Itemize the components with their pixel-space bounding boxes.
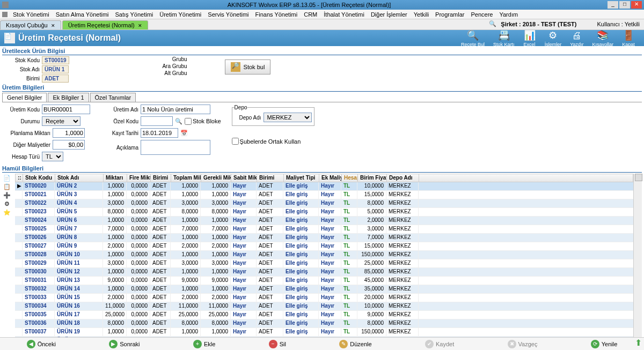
grid-column-header[interactable]: :: bbox=[16, 174, 23, 182]
ozel-kodu-input[interactable] bbox=[141, 116, 173, 126]
grid-row[interactable]: ▶ST00020ÜRÜN 21,00000,0000ADET1,00001,00… bbox=[15, 182, 633, 191]
grid-row[interactable]: ST00036ÜRÜN 188,00000,0000ADET8,00008,00… bbox=[15, 319, 633, 328]
kayit-tarihi-input[interactable] bbox=[141, 128, 178, 138]
stok-bloke-checkbox[interactable] bbox=[185, 118, 192, 125]
subtab[interactable]: Özel Tanımlar bbox=[90, 93, 136, 102]
tool-doc-icon[interactable]: 📄 bbox=[3, 175, 11, 182]
depo-adi-select[interactable]: MERKEZ bbox=[264, 113, 312, 122]
grid-column-header[interactable]: Stok Kodu bbox=[23, 174, 55, 182]
subtab[interactable]: Genel Bilgiler bbox=[2, 93, 47, 102]
close-button[interactable]: ✕ bbox=[631, 1, 642, 9]
toolbar-button[interactable]: 🖨Yazdır bbox=[566, 27, 587, 49]
planlama-input[interactable] bbox=[53, 128, 85, 138]
footer-button[interactable]: ⟳Yenile bbox=[587, 339, 622, 349]
menu-item[interactable]: Üretim Yönetimi bbox=[156, 11, 204, 18]
vertical-scrollbar[interactable] bbox=[633, 174, 642, 350]
grid-column-header[interactable]: Toplam Miktar bbox=[171, 174, 201, 182]
menu-item[interactable]: Yetkili bbox=[411, 11, 432, 18]
grid-cell: 1,0000 bbox=[171, 217, 201, 225]
grid-column-header[interactable]: Birimi bbox=[257, 174, 284, 182]
grid-row[interactable]: ST00027ÜRÜN 92,00000,0000ADET2,00002,000… bbox=[15, 242, 633, 251]
maximize-button[interactable]: □ bbox=[619, 1, 630, 9]
menu-item[interactable]: Yardım bbox=[496, 11, 521, 18]
stok-bul-button[interactable]: 🔎 Stok bul bbox=[225, 59, 271, 75]
menu-item[interactable]: İthalat Yönetimi bbox=[320, 11, 368, 18]
tool-add-icon[interactable]: ➕ bbox=[3, 192, 11, 199]
grid-column-header[interactable]: Maliyet Tipi bbox=[284, 174, 319, 182]
grid-row[interactable]: ST00025ÜRÜN 77,00000,0000ADET7,00007,000… bbox=[15, 225, 633, 234]
menu-item[interactable]: Satış Yönetimi bbox=[112, 11, 157, 18]
uretim-adi-input[interactable] bbox=[141, 105, 210, 114]
up-arrow-icon[interactable]: ⬆ bbox=[635, 338, 642, 348]
grid-cell: ÜRÜN 12 bbox=[55, 268, 103, 276]
grid-column-header[interactable]: Gerekli Miktar bbox=[201, 174, 231, 182]
grid-row[interactable]: ST00033ÜRÜN 152,00000,0000ADET2,00002,00… bbox=[15, 294, 633, 302]
depo-fieldset: Depo Depo Adı MERKEZ bbox=[232, 105, 314, 126]
grid-column-header[interactable]: Stok Adı bbox=[55, 174, 104, 182]
grid-column-header[interactable]: Sabit Miktar bbox=[231, 174, 257, 182]
grid-row[interactable]: ST00030ÜRÜN 121,00000,0000ADET1,00001,00… bbox=[15, 268, 633, 277]
tool-gear-icon[interactable]: ⚙ bbox=[3, 200, 11, 208]
grid-row[interactable]: ST00032ÜRÜN 141,00000,0000ADET1,00001,00… bbox=[15, 285, 633, 294]
menu-item[interactable]: Finans Yönetimi bbox=[252, 11, 301, 18]
grid-cell: TL bbox=[341, 277, 357, 285]
footer-button[interactable]: +Ekle bbox=[189, 339, 219, 349]
tool-star-icon[interactable]: ⭐ bbox=[3, 209, 11, 217]
grid-row[interactable]: ST00028ÜRÜN 101,00000,0000ADET1,00001,00… bbox=[15, 251, 633, 259]
grid-row[interactable]: ST00034ÜRÜN 1611,00000,0000ADET11,000011… bbox=[15, 302, 633, 311]
grid-cell: ADET bbox=[150, 208, 171, 216]
tool-copy-icon[interactable]: 📋 bbox=[3, 183, 11, 191]
menu-item[interactable]: Diğer İşlemler bbox=[368, 11, 411, 18]
hesap-turu-select[interactable]: TL bbox=[42, 152, 63, 161]
grid-column-header[interactable]: Depo Adı bbox=[387, 174, 419, 182]
calendar-icon[interactable]: 📅 bbox=[180, 130, 188, 137]
grid-column-header[interactable]: Birim Fiyatı bbox=[358, 174, 387, 182]
grid-row[interactable]: ST00024ÜRÜN 61,00000,0000ADET1,00001,000… bbox=[15, 217, 633, 225]
grid-cell: MERKEZ bbox=[386, 311, 419, 319]
durumu-select[interactable]: Reçete bbox=[42, 116, 80, 126]
menu-item[interactable]: Programlar bbox=[432, 11, 467, 18]
menu-item[interactable]: Servis Yönetimi bbox=[204, 11, 252, 18]
tab[interactable]: Üretim Reçetesi (Normal)✕ bbox=[62, 20, 148, 29]
footer-button[interactable]: ◀Önceki bbox=[23, 339, 60, 349]
grid-column-header[interactable]: Ek Maliyet bbox=[319, 174, 342, 182]
toolbar-button[interactable]: 📇Stok Kartı bbox=[489, 27, 518, 49]
toolbar-button[interactable]: 📚Kısayollar bbox=[588, 27, 617, 49]
tab-close-icon[interactable]: ✕ bbox=[51, 23, 55, 28]
toolbar-button[interactable]: ⚙İşlemler bbox=[541, 27, 566, 49]
grid-column-header[interactable]: Birimi bbox=[151, 174, 171, 182]
grid-row[interactable]: ST00037ÜRÜN 191,00000,0000ADET1,00001,00… bbox=[15, 328, 633, 337]
subelerde-checkbox[interactable] bbox=[232, 138, 239, 145]
menu-item[interactable]: Satın Alma Yönetimi bbox=[53, 11, 112, 18]
menu-item[interactable]: CRM bbox=[301, 11, 320, 18]
grid-row[interactable]: ST00035ÜRÜN 1725,00000,0000ADET25,000025… bbox=[15, 311, 633, 319]
search-icon[interactable]: 🔍 bbox=[489, 20, 496, 27]
footer-button[interactable]: ▶Sonraki bbox=[105, 339, 144, 349]
grid-row[interactable]: ST00029ÜRÜN 113,00000,0000ADET3,00003,00… bbox=[15, 259, 633, 268]
grid-row[interactable]: ST00023ÜRÜN 58,00000,0000ADET8,00008,000… bbox=[15, 208, 633, 217]
grid-cell: 10,0000 bbox=[357, 302, 386, 310]
minimize-button[interactable]: _ bbox=[608, 1, 618, 9]
menu-item[interactable]: Stok Yönetimi bbox=[10, 11, 53, 18]
grid-row[interactable]: ST00031ÜRÜN 139,00000,0000ADET9,00009,00… bbox=[15, 277, 633, 285]
grid-row[interactable]: ST00021ÜRÜN 31,00000,0000ADET1,00001,000… bbox=[15, 191, 633, 199]
footer-button[interactable]: −Sil bbox=[265, 339, 290, 349]
toolbar-button[interactable]: 🚪Kapat bbox=[618, 27, 639, 49]
toolbar-button[interactable]: 📊Excel bbox=[519, 27, 540, 49]
footer-button[interactable]: ✎Düzenle bbox=[335, 339, 376, 349]
menu-item[interactable]: Pencere bbox=[468, 11, 496, 18]
subtab[interactable]: Ek Bilgiler 1 bbox=[48, 93, 89, 102]
diger-maliyet-input[interactable] bbox=[53, 140, 85, 150]
grid-column-header[interactable]: Hesap bbox=[342, 174, 358, 182]
ozel-kodu-lookup-icon[interactable]: 🔍 bbox=[175, 118, 182, 125]
grid-column-header[interactable]: Miktarı bbox=[104, 174, 127, 182]
grid-row[interactable]: ST00022ÜRÜN 43,00000,0000ADET3,00003,000… bbox=[15, 199, 633, 208]
uretim-kodu-input[interactable] bbox=[42, 105, 90, 114]
tab[interactable]: Kısayol Çubuğu✕ bbox=[0, 20, 61, 29]
grid-cell: 0,0000 bbox=[127, 302, 150, 310]
grid-row[interactable]: ST00026ÜRÜN 81,00000,0000ADET1,00001,000… bbox=[15, 234, 633, 242]
tab-close-icon[interactable]: ✕ bbox=[138, 23, 142, 28]
aciklama-textarea[interactable] bbox=[141, 140, 210, 155]
toolbar-button[interactable]: 🔍Reçete Bul bbox=[457, 27, 488, 49]
grid-column-header[interactable]: Fire Miktarı bbox=[127, 174, 151, 182]
